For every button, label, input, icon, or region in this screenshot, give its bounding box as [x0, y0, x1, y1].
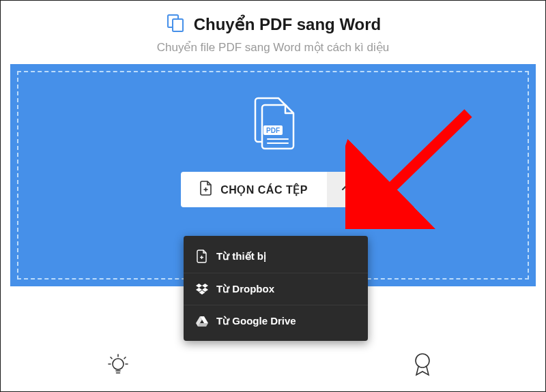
menu-item-label: Từ Google Drive: [216, 315, 296, 327]
svg-text:PDF: PDF: [266, 127, 280, 134]
choose-files-button[interactable]: CHỌN CÁC TỆP: [181, 172, 327, 207]
menu-item-dropbox[interactable]: Từ Dropbox: [184, 273, 368, 305]
menu-item-google-drive[interactable]: Từ Google Drive: [184, 305, 368, 337]
choose-files-row: CHỌN CÁC TỆP: [181, 172, 365, 207]
lightbulb-icon: [106, 352, 130, 380]
svg-marker-10: [196, 284, 202, 288]
svg-line-24: [111, 357, 112, 359]
svg-marker-11: [202, 284, 208, 288]
svg-rect-1: [173, 19, 183, 31]
dropbox-icon: [196, 284, 208, 295]
choose-files-label: CHỌN CÁC TỆP: [220, 183, 308, 196]
menu-item-device[interactable]: Từ thiết bị: [184, 240, 368, 273]
page-header: Chuyển PDF sang Word Chuyển file PDF san…: [1, 1, 545, 64]
chevron-up-icon: [341, 183, 351, 196]
google-drive-icon: [196, 316, 208, 327]
page-subtitle: Chuyển file PDF sang Word một cách kì di…: [1, 40, 545, 55]
menu-item-label: Từ Dropbox: [216, 283, 274, 295]
choose-files-dropdown-toggle[interactable]: [327, 172, 365, 207]
file-add-icon: [200, 181, 212, 198]
page-title: Chuyển PDF sang Word: [194, 15, 382, 34]
pdf-files-icon: PDF: [248, 97, 298, 154]
svg-point-20: [113, 359, 124, 370]
menu-item-label: Từ thiết bị: [216, 250, 266, 262]
pdf-to-word-icon: [165, 13, 186, 36]
award-ribbon-icon: [412, 352, 433, 380]
svg-line-25: [124, 357, 126, 359]
svg-point-28: [416, 354, 429, 367]
footer-icons: [1, 352, 545, 380]
file-add-icon: [196, 250, 208, 263]
source-dropdown: Từ thiết bị Từ Dropbox Từ Google: [184, 236, 368, 341]
